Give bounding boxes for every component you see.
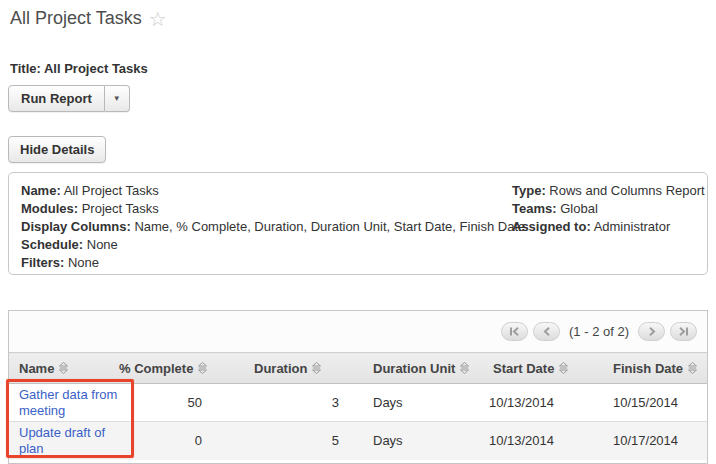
report-title-label: Title: bbox=[10, 61, 41, 76]
hide-details-button[interactable]: Hide Details bbox=[8, 136, 106, 163]
details-right-column: Type: Rows and Columns Report Teams: Glo… bbox=[512, 182, 702, 236]
first-page-button[interactable] bbox=[501, 322, 528, 341]
report-title-value: All Project Tasks bbox=[44, 61, 148, 76]
first-page-icon bbox=[509, 327, 520, 336]
detail-schedule: Schedule: None bbox=[21, 236, 695, 254]
last-page-icon bbox=[678, 327, 689, 336]
column-header-start-date[interactable]: Start Date bbox=[469, 353, 589, 384]
last-page-button[interactable] bbox=[670, 322, 697, 341]
sort-icon bbox=[312, 362, 321, 374]
report-details-panel: Name: All Project Tasks Modules: Project… bbox=[8, 172, 708, 275]
next-page-button[interactable] bbox=[638, 322, 665, 341]
duration-unit-cell: Days bbox=[349, 422, 469, 460]
sort-icon bbox=[59, 362, 68, 374]
sort-icon bbox=[198, 362, 207, 374]
sort-icon bbox=[559, 362, 568, 374]
favorite-star-icon[interactable]: ☆ bbox=[149, 9, 167, 29]
detail-assigned-to: Assigned to: Administrator bbox=[512, 218, 702, 236]
column-header-duration[interactable]: Duration bbox=[214, 353, 349, 384]
percent-complete-cell: 50 bbox=[119, 384, 214, 422]
report-title-line: Title: All Project Tasks bbox=[10, 61, 148, 76]
previous-page-button[interactable] bbox=[533, 322, 560, 341]
results-table-panel: (1 - 2 of 2) Name % Complete Duration Du… bbox=[8, 310, 708, 464]
detail-type: Type: Rows and Columns Report bbox=[512, 182, 702, 200]
column-header-duration-unit[interactable]: Duration Unit bbox=[349, 353, 469, 384]
percent-complete-cell: 0 bbox=[119, 422, 214, 460]
start-date-cell: 10/13/2014 bbox=[469, 422, 589, 460]
table-header-row: Name % Complete Duration Duration Unit S… bbox=[9, 353, 708, 384]
finish-date-cell: 10/15/2014 bbox=[589, 384, 708, 422]
sort-icon bbox=[688, 362, 697, 374]
page-title-text: All Project Tasks bbox=[10, 8, 142, 29]
run-report-dropdown-button[interactable]: ▼ bbox=[105, 85, 130, 112]
duration-cell: 3 bbox=[214, 384, 349, 422]
previous-page-icon bbox=[543, 327, 551, 336]
column-header-percent-complete[interactable]: % Complete bbox=[119, 353, 214, 384]
task-name-cell: Gather data from meeting bbox=[9, 384, 119, 422]
chevron-down-icon: ▼ bbox=[113, 94, 121, 103]
table-row: Gather data from meeting 50 3 Days 10/13… bbox=[9, 384, 708, 422]
results-table: Name % Complete Duration Duration Unit S… bbox=[9, 352, 708, 460]
detail-teams: Teams: Global bbox=[512, 200, 702, 218]
column-header-name[interactable]: Name bbox=[9, 353, 119, 384]
run-report-split-button: Run Report ▼ bbox=[8, 85, 130, 112]
page-title: All Project Tasks ☆ bbox=[10, 8, 167, 29]
duration-unit-cell: Days bbox=[349, 384, 469, 422]
next-page-icon bbox=[648, 327, 656, 336]
pagination-count: (1 - 2 of 2) bbox=[569, 324, 629, 339]
run-report-button[interactable]: Run Report bbox=[8, 85, 105, 112]
column-header-finish-date[interactable]: Finish Date bbox=[589, 353, 708, 384]
table-row: Update draft of plan 0 5 Days 10/13/2014… bbox=[9, 422, 708, 460]
duration-cell: 5 bbox=[214, 422, 349, 460]
finish-date-cell: 10/17/2014 bbox=[589, 422, 708, 460]
pagination-bar: (1 - 2 of 2) bbox=[9, 311, 707, 352]
detail-filters: Filters: None bbox=[21, 254, 695, 272]
task-link[interactable]: Gather data from meeting bbox=[19, 387, 117, 418]
sort-icon bbox=[460, 362, 469, 374]
task-name-cell: Update draft of plan bbox=[9, 422, 119, 460]
start-date-cell: 10/13/2014 bbox=[469, 384, 589, 422]
task-link[interactable]: Update draft of plan bbox=[19, 425, 105, 456]
